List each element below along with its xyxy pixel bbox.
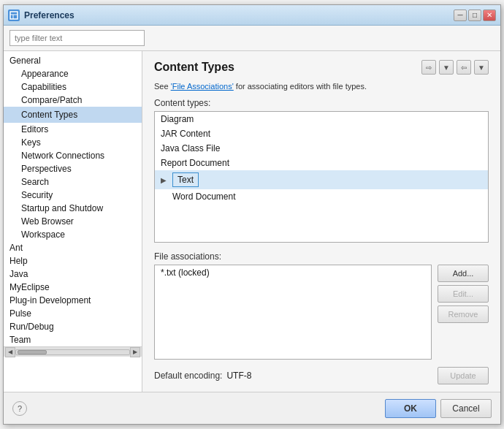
sidebar-item-perspectives[interactable]: Perspectives [4,162,142,175]
sidebar-item-network-connections[interactable]: Network Connections [4,149,142,162]
sidebar-label-appearance: Appearance [4,67,75,80]
scroll-thumb[interactable] [18,350,47,354]
sidebar-item-general[interactable]: General [4,54,142,67]
content-types-list[interactable]: Diagram JAR Content Java Class File Repo… [154,111,489,243]
bottom-buttons: OK Cancel [385,399,492,418]
list-item-java-class-file[interactable]: Java Class File [155,141,488,156]
sidebar-item-pulse[interactable]: Pulse [4,307,142,320]
sidebar-label-java: Java [4,267,34,281]
list-item-label-diagram: Diagram [161,114,194,124]
search-bar [4,26,500,51]
sidebar-label-compare-patch: Compare/Patch [4,94,88,107]
file-associations-section: File associations: *.txt (locked) Add...… [154,251,489,360]
sidebar-label-pulse: Pulse [4,307,37,320]
close-button[interactable]: ✕ [483,10,496,21]
list-item-report-document[interactable]: Report Document [155,156,488,170]
scroll-right-arrow[interactable]: ▶ [130,347,140,357]
sidebar-item-content-types[interactable]: Content Types [4,107,142,123]
sidebar-item-startup-shutdown[interactable]: Startup and Shutdow [4,202,142,215]
main-content: General Appearance Capabilities Compare/… [4,51,500,392]
nav-back-icon[interactable]: ⇦ [457,60,471,75]
sidebar-label-perspectives: Perspectives [4,162,77,175]
sidebar-label-general: General [4,54,47,67]
default-encoding-value: UTF-8 [226,371,251,381]
list-item-label-word-document: Word Document [172,191,235,202]
sidebar-label-search: Search [4,175,55,189]
edit-button[interactable]: Edit... [438,285,489,303]
dropdown-icon[interactable]: ▼ [439,60,454,75]
scroll-track[interactable] [15,349,130,355]
file-associations-list[interactable]: *.txt (locked) [154,265,432,360]
file-associations-label: File associations: [154,251,489,262]
sidebar-item-workspace[interactable]: Workspace [4,228,142,241]
sidebar-label-security: Security [4,189,58,202]
nav-forward-icon[interactable]: ⇨ [421,60,436,75]
maximize-button[interactable]: □ [468,10,481,21]
content-panel: Content Types ⇨ ▼ ⇦ ▼ See 'File Associat… [142,51,500,392]
sidebar-label-capabilities: Capabilities [4,80,72,94]
description-text: See 'File Associations' for associating … [154,82,489,91]
list-item-label-txt-locked: *.txt (locked) [161,267,210,278]
sidebar-item-capabilities[interactable]: Capabilities [4,80,142,94]
sidebar-label-keys: Keys [4,136,47,149]
filter-input[interactable] [9,30,145,46]
sidebar-item-compare-patch[interactable]: Compare/Patch [4,94,142,107]
window-icon [8,10,20,21]
update-button[interactable]: Update [438,367,489,384]
list-item-text[interactable]: ▶ Text [155,170,488,189]
description-suffix: for associating editors with file types. [234,82,367,91]
default-encoding-label: Default encoding: [154,371,222,381]
sidebar-item-ant[interactable]: Ant [4,241,142,254]
remove-button[interactable]: Remove [438,305,489,323]
ok-button[interactable]: OK [385,399,436,418]
sidebar-label-team: Team [4,333,37,346]
sidebar-item-editors[interactable]: Editors [4,123,142,136]
list-item-jar-content[interactable]: JAR Content [155,126,488,141]
expand-arrow-icon: ▶ [161,176,169,184]
content-title: Content Types [154,61,234,74]
header-icons: ⇨ ▼ ⇦ ▼ [421,60,489,75]
list-item-label-report-document: Report Document [161,158,229,168]
sidebar-item-appearance[interactable]: Appearance [4,67,142,80]
content-types-label: Content types: [154,98,489,108]
sidebar-item-search[interactable]: Search [4,175,142,189]
description-prefix: See [154,82,171,91]
list-item-label-jar-content: JAR Content [161,129,210,139]
cancel-button[interactable]: Cancel [440,399,492,418]
sidebar-label-content-types: Content Types [4,108,142,121]
preferences-window: Preferences ─ □ ✕ General Appearance Cap… [3,4,501,425]
sidebar: General Appearance Capabilities Compare/… [4,51,142,392]
sidebar-label-myeclipse: MyEclipse [4,281,56,294]
minimize-button[interactable]: ─ [454,10,467,21]
sidebar-item-java[interactable]: Java [4,267,142,281]
add-button[interactable]: Add... [438,265,489,282]
sidebar-item-team[interactable]: Team [4,333,142,346]
nav-forward2-icon[interactable]: ▼ [474,60,489,75]
sidebar-item-web-browser[interactable]: Web Browser [4,215,142,228]
sidebar-label-ant: Ant [4,241,28,254]
sidebar-label-plugin-development: Plug-in Development [4,294,96,307]
window-title: Preferences [24,10,454,20]
sidebar-label-network-connections: Network Connections [4,149,110,162]
bottom-bar: ? OK Cancel [4,392,500,424]
sidebar-item-keys[interactable]: Keys [4,136,142,149]
content-header: Content Types ⇨ ▼ ⇦ ▼ [154,60,489,75]
list-item-label-text: Text [172,172,199,187]
default-encoding-row: Default encoding: UTF-8 Update [154,367,489,384]
sidebar-label-startup-shutdown: Startup and Shutdow [4,202,109,215]
list-item-word-document[interactable]: Word Document [155,189,488,204]
sidebar-item-help[interactable]: Help [4,254,142,267]
list-item-diagram[interactable]: Diagram [155,112,488,126]
sidebar-label-workspace: Workspace [4,228,71,241]
sidebar-item-plugin-development[interactable]: Plug-in Development [4,294,142,307]
sidebar-label-editors: Editors [4,123,54,136]
help-icon[interactable]: ? [12,401,27,416]
file-associations-row: *.txt (locked) Add... Edit... Remove [154,265,489,360]
file-associations-link[interactable]: 'File Associations' [171,82,234,91]
list-item-txt-locked[interactable]: *.txt (locked) [155,265,431,280]
sidebar-item-myeclipse[interactable]: MyEclipse [4,281,142,294]
sidebar-scrollbar[interactable]: ◀ ▶ [4,346,142,357]
sidebar-item-security[interactable]: Security [4,189,142,202]
sidebar-item-run-debug[interactable]: Run/Debug [4,320,142,333]
scroll-left-arrow[interactable]: ◀ [5,347,15,357]
